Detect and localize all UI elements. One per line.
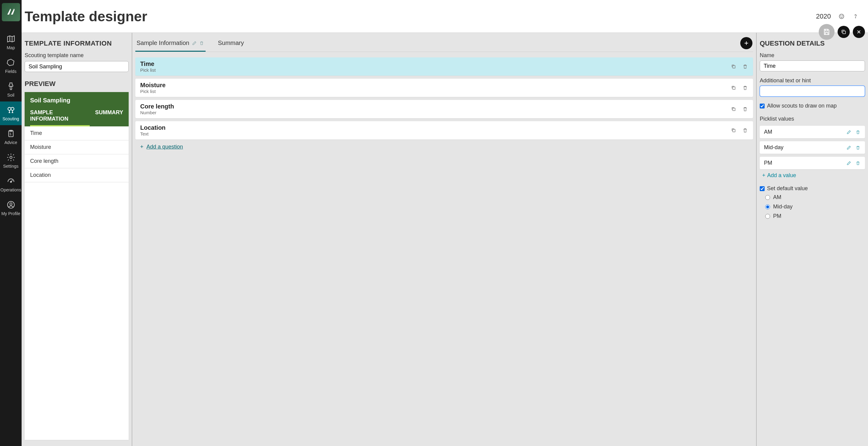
picklist-values-label: Picklist values bbox=[760, 114, 865, 124]
page-title: Template designer bbox=[25, 8, 147, 25]
operations-icon bbox=[6, 176, 16, 185]
delete-question-icon[interactable] bbox=[742, 85, 748, 91]
logo-icon bbox=[5, 6, 17, 18]
default-radio[interactable] bbox=[765, 204, 770, 209]
picklist-item: Mid-day bbox=[760, 141, 865, 154]
sidebar-item-map[interactable]: Map bbox=[0, 30, 22, 54]
feedback-icon[interactable] bbox=[838, 13, 845, 20]
scouting-icon bbox=[6, 105, 16, 114]
add-value-link[interactable]: +Add a value bbox=[762, 172, 796, 179]
gear-icon bbox=[6, 153, 16, 162]
question-type: Pick list bbox=[140, 67, 731, 73]
edit-value-icon[interactable] bbox=[846, 161, 851, 166]
duplicate-button[interactable] bbox=[838, 26, 850, 38]
question-title: Core length bbox=[140, 103, 731, 110]
fields-icon bbox=[6, 58, 16, 67]
map-icon bbox=[6, 34, 16, 43]
sidebar-item-scouting[interactable]: Scouting bbox=[0, 101, 22, 125]
sidebar-label: My Profile bbox=[1, 211, 20, 216]
copy-question-icon[interactable] bbox=[731, 85, 737, 91]
close-button[interactable] bbox=[853, 26, 865, 38]
sidebar-item-myprofile[interactable]: My Profile bbox=[0, 196, 22, 220]
svg-rect-15 bbox=[733, 130, 735, 132]
svg-point-3 bbox=[10, 156, 12, 159]
question-card-moisture[interactable]: Moisture Pick list bbox=[135, 79, 753, 97]
copy-question-icon[interactable] bbox=[731, 106, 737, 112]
default-option-midday[interactable]: Mid-day bbox=[765, 204, 865, 210]
allow-draw-row[interactable]: Allow scouts to draw on map bbox=[760, 103, 865, 109]
edit-value-icon[interactable] bbox=[846, 130, 851, 135]
delete-question-icon[interactable] bbox=[742, 127, 748, 133]
delete-value-icon[interactable] bbox=[855, 161, 861, 166]
set-default-checkbox[interactable] bbox=[760, 186, 765, 191]
set-default-row[interactable]: Set default value bbox=[760, 185, 865, 192]
add-value-label: Add a value bbox=[767, 172, 796, 179]
preview-tab-summary[interactable]: SUMMARY bbox=[95, 109, 123, 126]
sidebar-label: Operations bbox=[0, 187, 21, 192]
sidebar-label: Fields bbox=[5, 69, 17, 74]
question-title: Time bbox=[140, 61, 731, 67]
add-question-label: Add a question bbox=[147, 144, 183, 150]
section-tab-summary[interactable]: Summary bbox=[217, 38, 245, 52]
default-radio[interactable] bbox=[765, 214, 770, 219]
default-option-label: PM bbox=[773, 213, 781, 219]
sidebar-item-advice[interactable]: Advice bbox=[0, 125, 22, 149]
app-logo[interactable] bbox=[2, 3, 20, 21]
header: Template designer 2020 bbox=[22, 0, 868, 33]
question-title: Location bbox=[140, 124, 731, 131]
save-button[interactable] bbox=[819, 24, 835, 40]
svg-point-9 bbox=[842, 15, 842, 16]
year-selector[interactable]: 2020 bbox=[816, 12, 831, 20]
svg-rect-13 bbox=[733, 87, 735, 89]
default-option-am[interactable]: AM bbox=[765, 194, 865, 201]
preview-title: PREVIEW bbox=[22, 80, 132, 92]
sidebar-label: Settings bbox=[3, 164, 19, 169]
question-card-core-length[interactable]: Core length Number bbox=[135, 100, 753, 118]
sidebar-item-settings[interactable]: Settings bbox=[0, 149, 22, 173]
template-info-pane: TEMPLATE INFORMATION Scouting template n… bbox=[22, 33, 132, 446]
preview-row: Moisture bbox=[25, 140, 129, 155]
copy-question-icon[interactable] bbox=[731, 64, 737, 70]
edit-value-icon[interactable] bbox=[846, 145, 851, 150]
question-hint-input[interactable] bbox=[760, 86, 865, 97]
sidebar-item-soil[interactable]: Soil bbox=[0, 78, 22, 101]
add-question-link[interactable]: +Add a question bbox=[135, 144, 753, 150]
allow-draw-checkbox[interactable] bbox=[760, 104, 765, 108]
preview-card: Soil Sampling SAMPLE INFORMATION SUMMARY… bbox=[25, 92, 129, 440]
default-option-label: Mid-day bbox=[773, 204, 793, 210]
delete-question-icon[interactable] bbox=[742, 106, 748, 112]
default-option-pm[interactable]: PM bbox=[765, 213, 865, 219]
sidebar-item-operations[interactable]: Operations bbox=[0, 173, 22, 196]
preview-tab-sample-information[interactable]: SAMPLE INFORMATION bbox=[30, 109, 90, 126]
default-option-label: AM bbox=[773, 194, 781, 201]
svg-point-8 bbox=[841, 15, 841, 16]
sidebar-label: Soil bbox=[7, 93, 14, 98]
svg-rect-12 bbox=[733, 66, 735, 68]
delete-value-icon[interactable] bbox=[855, 145, 861, 150]
delete-section-icon[interactable] bbox=[199, 40, 205, 46]
help-icon[interactable] bbox=[852, 13, 859, 20]
template-info-title: TEMPLATE INFORMATION bbox=[22, 39, 132, 52]
svg-point-1 bbox=[11, 107, 14, 110]
template-name-label: Scouting template name bbox=[22, 52, 132, 61]
question-card-location[interactable]: Location Text bbox=[135, 121, 753, 139]
add-section-button[interactable] bbox=[740, 37, 752, 49]
section-tab-label: Sample Information bbox=[136, 39, 189, 46]
question-name-input[interactable] bbox=[760, 61, 865, 71]
preview-template-name: Soil Sampling bbox=[30, 97, 123, 109]
question-name-label: Name bbox=[760, 51, 865, 61]
sidebar-label: Scouting bbox=[2, 116, 19, 121]
delete-question-icon[interactable] bbox=[742, 64, 748, 70]
picklist-value-label: Mid-day bbox=[764, 144, 846, 151]
default-radio[interactable] bbox=[765, 195, 770, 200]
sidebar-item-fields[interactable]: Fields bbox=[0, 54, 22, 78]
soil-icon bbox=[6, 82, 16, 91]
copy-question-icon[interactable] bbox=[731, 127, 737, 133]
edit-section-icon[interactable] bbox=[192, 40, 197, 46]
delete-value-icon[interactable] bbox=[855, 130, 861, 135]
template-name-input[interactable] bbox=[25, 61, 129, 72]
set-default-label: Set default value bbox=[767, 185, 808, 192]
question-card-time[interactable]: Time Pick list bbox=[135, 58, 753, 76]
section-tab-sample-information[interactable]: Sample Information bbox=[135, 38, 206, 52]
preview-row: Location bbox=[25, 168, 129, 182]
